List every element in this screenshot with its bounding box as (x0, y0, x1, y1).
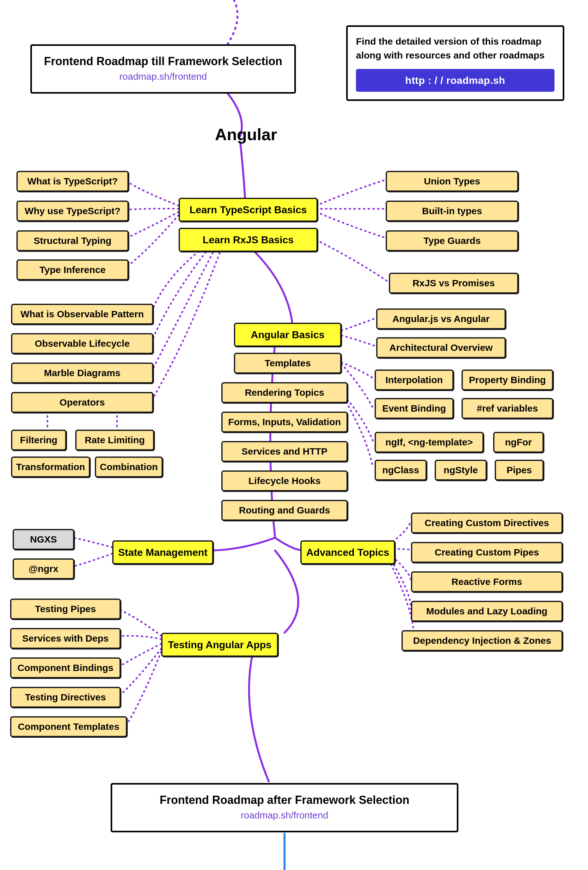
node-ng-services[interactable]: Services and HTTP (221, 441, 348, 462)
promo-box: Find the detailed version of this roadma… (346, 25, 564, 101)
node-test-directives[interactable]: Testing Directives (10, 687, 121, 708)
node-ts-structural[interactable]: Structural Typing (16, 230, 129, 251)
node-advanced[interactable]: Advanced Topics (300, 540, 395, 565)
promo-text-line2: along with resources and other roadmaps (356, 48, 554, 62)
node-test-pipes[interactable]: Testing Pipes (10, 599, 121, 620)
promo-text-line1: Find the detailed version of this roadma… (356, 34, 554, 48)
node-ts-builtin[interactable]: Built-in types (386, 201, 518, 222)
node-adv-modules[interactable]: Modules and Lazy Loading (411, 601, 563, 622)
node-ts-union[interactable]: Union Types (386, 171, 518, 192)
node-ng-vs-angularjs[interactable]: Angular.js vs Angular (376, 308, 506, 329)
node-ng-refvars[interactable]: #ref variables (462, 398, 553, 419)
node-ng-arch[interactable]: Architectural Overview (376, 337, 506, 358)
bottom-card-sub: roadmap.sh/frontend (122, 810, 447, 821)
node-rx-vs-promises[interactable]: RxJS vs Promises (389, 273, 518, 293)
top-card[interactable]: Frontend Roadmap till Framework Selectio… (30, 44, 296, 94)
node-rx-observable-life[interactable]: Observable Lifecycle (11, 333, 153, 354)
promo-link-button[interactable]: http : / / roadmap.sh (356, 69, 554, 92)
node-op-ratelimiting[interactable]: Rate Limiting (75, 430, 154, 450)
node-ng-eventbinding[interactable]: Event Binding (375, 398, 454, 419)
node-ts-why[interactable]: Why use TypeScript? (16, 201, 129, 222)
bottom-card-title: Frontend Roadmap after Framework Selecti… (122, 793, 447, 807)
node-rx-operators[interactable]: Operators (11, 392, 153, 413)
node-rx-observable-pattern[interactable]: What is Observable Pattern (11, 304, 153, 325)
node-ts-inference[interactable]: Type Inference (16, 259, 129, 280)
node-test-templates[interactable]: Component Templates (10, 716, 127, 737)
node-ng-lifecycle[interactable]: Lifecycle Hooks (221, 471, 348, 491)
node-ts-what[interactable]: What is TypeScript? (16, 171, 129, 192)
node-ng-basics[interactable]: Angular Basics (234, 323, 342, 347)
node-op-transform[interactable]: Transformation (11, 456, 90, 477)
node-state-ngxs[interactable]: NGXS (13, 529, 74, 550)
node-ng-ngclass[interactable]: ngClass (375, 460, 427, 481)
node-ng-routing[interactable]: Routing and Guards (221, 500, 348, 521)
roadmap-stage: Frontend Roadmap till Framework Selectio… (0, 0, 588, 870)
node-adv-directives[interactable]: Creating Custom Directives (411, 512, 563, 533)
node-adv-pipes[interactable]: Creating Custom Pipes (411, 542, 563, 563)
node-ng-ngfor[interactable]: ngFor (493, 432, 544, 453)
node-adv-di[interactable]: Dependency Injection & Zones (401, 630, 563, 651)
node-ng-forms[interactable]: Forms, Inputs, Validation (221, 411, 348, 432)
node-ts-guards[interactable]: Type Guards (386, 230, 518, 251)
node-testing[interactable]: Testing Angular Apps (161, 633, 278, 657)
node-ng-rendering[interactable]: Rendering Topics (221, 382, 348, 403)
page-title: Angular (215, 125, 277, 144)
node-ng-ngif[interactable]: ngIf, <ng-template> (375, 432, 484, 453)
node-op-filtering[interactable]: Filtering (11, 430, 66, 450)
top-card-title: Frontend Roadmap till Framework Selectio… (42, 55, 284, 68)
node-ng-interpolation[interactable]: Interpolation (375, 369, 454, 390)
node-ng-propbinding[interactable]: Property Binding (462, 369, 553, 390)
node-ts-basics[interactable]: Learn TypeScript Basics (179, 198, 318, 222)
node-ng-ngstyle[interactable]: ngStyle (435, 460, 487, 481)
node-state[interactable]: State Management (112, 540, 213, 565)
node-test-bindings[interactable]: Component Bindings (10, 657, 121, 678)
node-op-combination[interactable]: Combination (95, 456, 163, 477)
top-card-sub: roadmap.sh/frontend (42, 71, 284, 82)
node-ng-pipes[interactable]: Pipes (495, 460, 544, 481)
node-rx-basics[interactable]: Learn RxJS Basics (179, 228, 318, 252)
node-test-services[interactable]: Services with Deps (10, 628, 121, 649)
node-adv-reactive[interactable]: Reactive Forms (411, 571, 563, 592)
node-ng-templates[interactable]: Templates (234, 353, 342, 374)
bottom-card[interactable]: Frontend Roadmap after Framework Selecti… (111, 783, 458, 832)
node-rx-marble[interactable]: Marble Diagrams (11, 362, 153, 383)
node-state-ngrx[interactable]: @ngrx (13, 559, 74, 579)
